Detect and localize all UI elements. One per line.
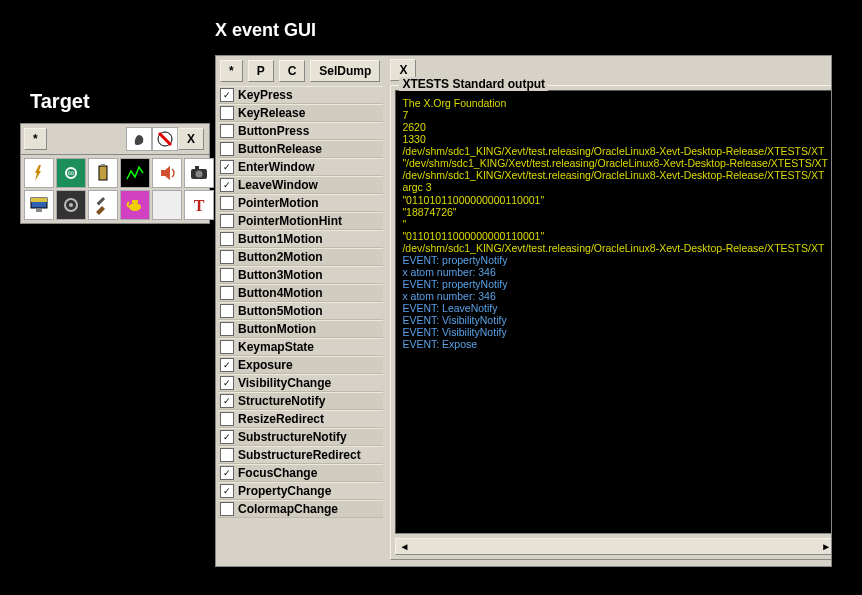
event-checkbox[interactable]: [220, 106, 234, 120]
event-row[interactable]: Button3Motion: [218, 266, 383, 284]
event-label: Button1Motion: [238, 232, 323, 246]
event-row[interactable]: PointerMotionHint: [218, 212, 383, 230]
console-line: "01101011000000000110001": [402, 194, 828, 206]
event-checkbox[interactable]: [220, 232, 234, 246]
cog-icon[interactable]: [56, 190, 86, 220]
event-row[interactable]: ✓KeyPress: [218, 86, 383, 104]
event-row[interactable]: ButtonRelease: [218, 140, 383, 158]
hand-icon[interactable]: [24, 158, 54, 188]
event-row[interactable]: Button5Motion: [218, 302, 383, 320]
event-row[interactable]: ColormapChange: [218, 500, 383, 518]
event-checkbox[interactable]: [220, 304, 234, 318]
event-label: KeyPress: [238, 88, 293, 102]
event-checkbox[interactable]: [220, 268, 234, 282]
event-row[interactable]: Button1Motion: [218, 230, 383, 248]
target-icon-grid: ∞ T: [20, 155, 210, 224]
svg-text:∞: ∞: [68, 168, 74, 178]
teapot-icon[interactable]: [120, 190, 150, 220]
event-checkbox[interactable]: [220, 196, 234, 210]
red-cross-icon[interactable]: [152, 127, 178, 151]
text-icon[interactable]: T: [184, 190, 214, 220]
event-row[interactable]: ✓PropertyChange: [218, 482, 383, 500]
event-list[interactable]: ✓KeyPressKeyReleaseButtonPressButtonRele…: [216, 86, 385, 518]
event-label: Button5Motion: [238, 304, 323, 318]
event-row[interactable]: KeyRelease: [218, 104, 383, 122]
event-checkbox[interactable]: [220, 142, 234, 156]
event-label: ButtonRelease: [238, 142, 322, 156]
blank-icon[interactable]: [152, 190, 182, 220]
event-label: KeyRelease: [238, 106, 305, 120]
console-line: The X.Org Foundation: [402, 97, 828, 109]
foot-icon[interactable]: [126, 127, 152, 151]
target-x-button[interactable]: X: [178, 128, 204, 150]
event-checkbox[interactable]: ✓: [220, 430, 234, 444]
event-row[interactable]: ButtonPress: [218, 122, 383, 140]
event-checkbox[interactable]: ✓: [220, 358, 234, 372]
event-checkbox[interactable]: [220, 448, 234, 462]
brush-icon[interactable]: [88, 190, 118, 220]
seldump-button[interactable]: SelDump: [310, 60, 380, 82]
event-label: PropertyChange: [238, 484, 331, 498]
console-line: 1330: [402, 133, 828, 145]
output-console[interactable]: The X.Org Foundation726201330/dev/shm/sd…: [395, 90, 831, 534]
console-line: /dev/shm/sdc1_KING/Xevt/test.releasing/O…: [402, 145, 828, 157]
event-row[interactable]: SubstructureRedirect: [218, 446, 383, 464]
event-label: FocusChange: [238, 466, 317, 480]
svg-point-7: [196, 171, 203, 178]
battery-icon[interactable]: [88, 158, 118, 188]
gear-icon[interactable]: ∞: [56, 158, 86, 188]
event-row[interactable]: Button2Motion: [218, 248, 383, 266]
camera-icon[interactable]: [184, 158, 214, 188]
target-toolbar: * X: [20, 123, 210, 155]
event-row[interactable]: Button4Motion: [218, 284, 383, 302]
target-title: Target: [30, 90, 210, 113]
monitor-icon[interactable]: [24, 190, 54, 220]
horizontal-scrollbar[interactable]: ◄ ►: [395, 538, 831, 555]
target-star-button[interactable]: *: [24, 128, 47, 150]
event-checkbox[interactable]: [220, 340, 234, 354]
chart-icon[interactable]: [120, 158, 150, 188]
star-button[interactable]: *: [220, 60, 243, 82]
event-row[interactable]: ✓Exposure: [218, 356, 383, 374]
p-button[interactable]: P: [248, 60, 274, 82]
event-checkbox[interactable]: ✓: [220, 484, 234, 498]
svg-rect-14: [97, 197, 105, 205]
event-row[interactable]: PointerMotion: [218, 194, 383, 212]
event-row[interactable]: KeymapState: [218, 338, 383, 356]
scroll-right-icon[interactable]: ►: [821, 541, 831, 552]
event-label: LeaveWindow: [238, 178, 318, 192]
event-row[interactable]: ✓FocusChange: [218, 464, 383, 482]
c-button[interactable]: C: [279, 60, 306, 82]
event-row[interactable]: ✓LeaveWindow: [218, 176, 383, 194]
event-row[interactable]: ✓SubstructureNotify: [218, 428, 383, 446]
event-checkbox[interactable]: ✓: [220, 466, 234, 480]
svg-rect-10: [31, 198, 47, 202]
event-row[interactable]: ButtonMotion: [218, 320, 383, 338]
event-checkbox[interactable]: [220, 250, 234, 264]
event-checkbox[interactable]: ✓: [220, 88, 234, 102]
event-checkbox[interactable]: [220, 124, 234, 138]
event-checkbox[interactable]: [220, 502, 234, 516]
event-checkbox[interactable]: [220, 286, 234, 300]
sound-icon[interactable]: [152, 158, 182, 188]
event-checkbox[interactable]: ✓: [220, 160, 234, 174]
event-checkbox[interactable]: [220, 322, 234, 336]
event-row[interactable]: ✓EnterWindow: [218, 158, 383, 176]
main-body: * P C SelDump ✓KeyPressKeyReleaseButtonP…: [216, 56, 831, 566]
event-row[interactable]: ✓StructureNotify: [218, 392, 383, 410]
event-checkbox[interactable]: ✓: [220, 394, 234, 408]
event-checkbox[interactable]: ✓: [220, 178, 234, 192]
event-label: PointerMotion: [238, 196, 319, 210]
event-row[interactable]: ResizeRedirect: [218, 410, 383, 428]
event-checkbox[interactable]: ✓: [220, 376, 234, 390]
console-line: EVENT: VisibilityNotify: [402, 326, 828, 338]
event-checkbox[interactable]: [220, 412, 234, 426]
scroll-left-icon[interactable]: ◄: [399, 541, 409, 552]
event-label: KeymapState: [238, 340, 314, 354]
main-toolbar: * P C SelDump: [216, 56, 386, 86]
console-line: argc 3: [402, 181, 828, 193]
event-checkbox[interactable]: [220, 214, 234, 228]
output-legend: XTESTS Standard output: [399, 77, 548, 91]
event-row[interactable]: ✓VisibilityChange: [218, 374, 383, 392]
svg-rect-11: [36, 209, 42, 212]
